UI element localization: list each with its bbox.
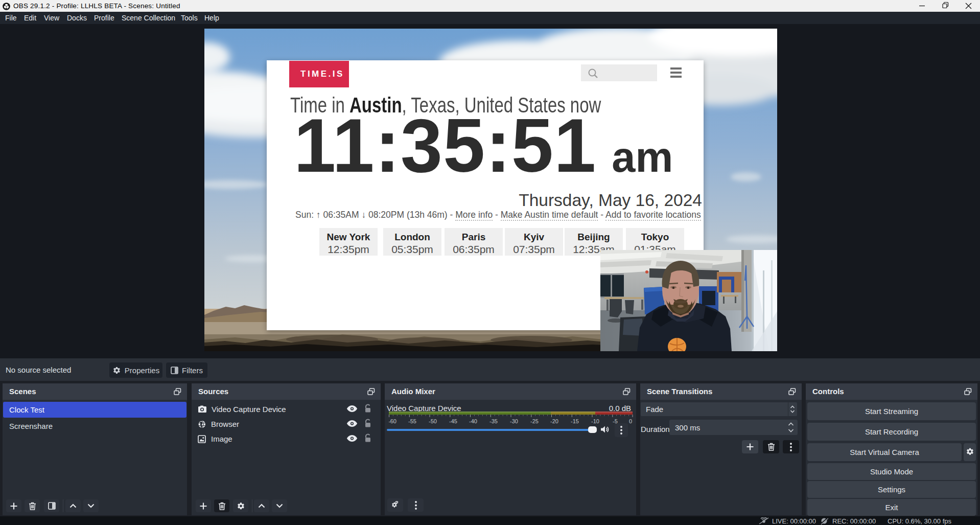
svg-text:-15: -15 xyxy=(571,418,579,424)
svg-text:-20: -20 xyxy=(550,418,558,424)
svg-text:-60: -60 xyxy=(389,418,396,424)
svg-text:-25: -25 xyxy=(530,418,539,424)
svg-text:0: 0 xyxy=(629,418,632,424)
svg-text:-30: -30 xyxy=(510,418,518,424)
svg-text:-40: -40 xyxy=(469,418,477,424)
svg-text:-45: -45 xyxy=(449,418,457,424)
svg-text:-10: -10 xyxy=(591,418,599,424)
svg-text:-55: -55 xyxy=(408,418,416,424)
svg-text:-50: -50 xyxy=(429,418,437,424)
svg-text:-35: -35 xyxy=(489,418,498,424)
